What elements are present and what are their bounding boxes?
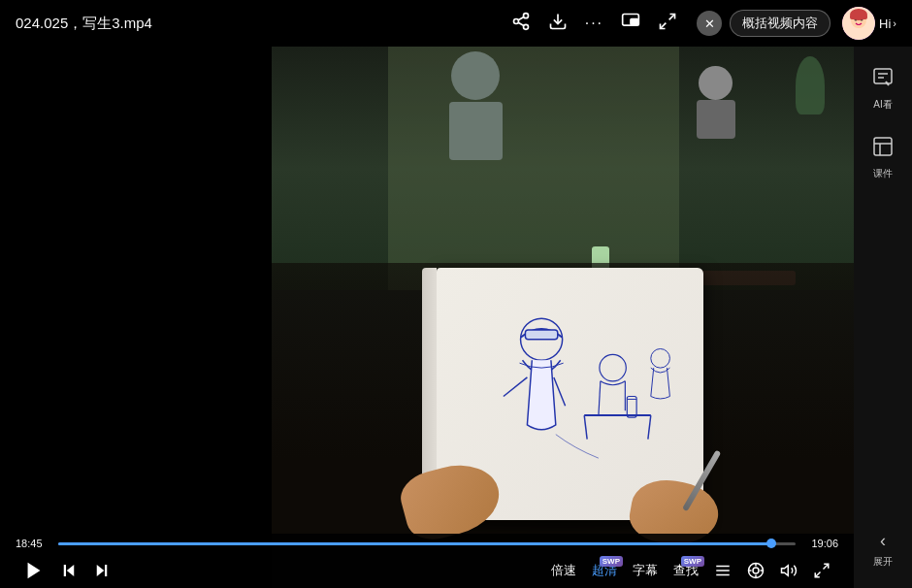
right-sidebar: AI看 课件 ‹ 展开 [854,47,912,588]
left-panel [0,47,272,588]
svg-point-21 [651,349,670,369]
ai-icon [871,66,895,94]
target-button[interactable] [739,562,772,579]
swp-badge-search: SWP [681,556,704,567]
svg-rect-22 [874,69,892,83]
skip-back-button[interactable] [52,562,85,579]
fullscreen-top-icon[interactable] [658,12,677,36]
fullscreen-bottom-button[interactable] [805,562,838,579]
svg-marker-40 [782,566,789,576]
share-icon[interactable] [511,12,531,36]
svg-rect-30 [105,565,107,576]
bottom-controls: 18:45 19:06 倍速 [0,534,854,588]
courseware-label: 课件 [873,167,893,180]
expand-label: 展开 [873,555,893,569]
svg-line-4 [518,16,524,19]
svg-point-18 [600,354,626,380]
svg-point-0 [523,13,528,17]
svg-rect-15 [850,15,867,19]
controls-row: 倍速 SWP 超清 字幕 SWP 查找 [0,553,854,588]
svg-rect-28 [64,565,66,576]
svg-marker-26 [28,563,41,579]
progress-fill [58,542,773,545]
ai-summary-btn[interactable]: AI看 [871,66,895,112]
chevron-icon: › [893,17,896,29]
ai-label: AI看 [873,98,892,112]
svg-point-2 [523,24,528,29]
top-icons-group: ··· [511,12,677,36]
swp-badge-superclean: SWP [600,556,623,567]
file-title: 024.025，写生3.mp4 [16,15,511,33]
courseware-icon [871,135,895,163]
subtitle-button[interactable]: 字幕 [625,562,666,579]
svg-rect-17 [525,330,557,340]
svg-point-35 [753,568,759,573]
svg-rect-23 [874,138,892,155]
list-button[interactable] [706,562,739,579]
courseware-btn[interactable]: 课件 [871,135,895,180]
avatar [842,7,875,40]
search-button[interactable]: SWP 查找 [666,562,706,579]
video-player[interactable] [272,47,854,588]
chevron-left-icon: ‹ [880,531,886,551]
svg-marker-27 [67,565,75,576]
top-bar: 024.025，写生3.mp4 ··· [0,0,912,47]
download-icon[interactable] [548,12,568,36]
play-button[interactable] [16,560,52,581]
svg-rect-7 [631,18,638,24]
svg-marker-29 [97,565,105,576]
skip-forward-button[interactable] [85,562,118,579]
svg-line-41 [824,564,829,569]
svg-line-3 [518,22,524,25]
close-button[interactable]: ✕ [697,11,722,36]
user-avatar-area[interactable]: Hi › [842,7,896,40]
svg-point-1 [513,18,518,23]
progress-area: 18:45 19:06 [0,534,854,553]
more-icon[interactable]: ··· [585,15,603,32]
hi-label: Hi [879,16,891,31]
summary-button[interactable]: 概括视频内容 [730,10,831,37]
video-frame [272,47,854,588]
expand-btn[interactable]: ‹ 展开 [873,531,893,569]
progress-bar[interactable] [58,542,796,545]
volume-button[interactable] [772,562,805,579]
superclean-button[interactable]: SWP 超清 [584,562,625,579]
svg-line-9 [661,22,667,28]
svg-line-8 [669,14,675,19]
main-area: AI看 课件 ‹ 展开 [0,47,912,588]
current-time: 18:45 [16,538,50,549]
total-time: 19:06 [803,538,838,549]
speed-button[interactable]: 倍速 [543,562,584,579]
progress-dot [766,539,776,548]
svg-line-42 [815,572,820,577]
pip-icon[interactable] [621,12,640,36]
